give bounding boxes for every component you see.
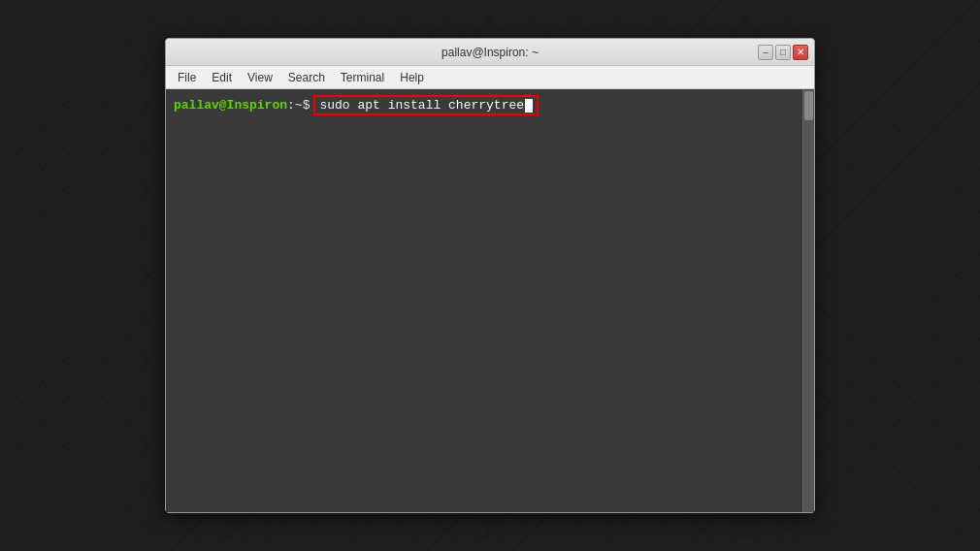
menu-terminal[interactable]: Terminal — [333, 69, 392, 86]
prompt-user: pallav@Inspiron — [174, 98, 287, 113]
menu-file[interactable]: File — [170, 69, 204, 86]
maximize-button[interactable]: □ — [775, 45, 791, 60]
command-text: sudo apt install cherrytree — [313, 95, 539, 115]
scrollbar[interactable] — [802, 89, 814, 512]
close-button[interactable]: ✕ — [793, 45, 808, 60]
minimize-button[interactable]: – — [758, 45, 773, 60]
terminal-body[interactable]: pallav@Inspiron :~$ sudo apt install che… — [166, 89, 814, 512]
terminal-window: pallav@Inspiron: ~ – □ ✕ File Edit View … — [165, 38, 815, 513]
scroll-thumb[interactable] — [804, 91, 813, 120]
menu-bar: File Edit View Search Terminal Help — [166, 66, 814, 89]
prompt-line: pallav@Inspiron :~$ sudo apt install che… — [174, 95, 806, 115]
cursor — [525, 99, 533, 113]
window-controls: – □ ✕ — [758, 45, 808, 60]
menu-help[interactable]: Help — [392, 69, 432, 86]
menu-search[interactable]: Search — [280, 69, 333, 86]
menu-edit[interactable]: Edit — [204, 69, 240, 86]
window-title: pallav@Inspiron: ~ — [441, 46, 539, 59]
menu-view[interactable]: View — [240, 69, 280, 86]
prompt-dollar: :~$ — [287, 98, 310, 113]
title-bar: pallav@Inspiron: ~ – □ ✕ — [166, 39, 814, 66]
